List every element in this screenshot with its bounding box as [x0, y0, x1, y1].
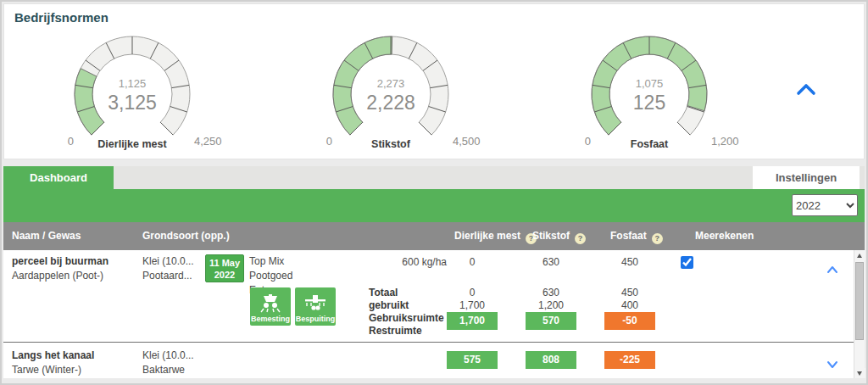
column-header-naam-gewas: Naam / Gewas	[12, 222, 81, 250]
scrollbar-thumb[interactable]	[855, 262, 864, 340]
tab-dashboard[interactable]: Dashboard	[3, 166, 114, 189]
year-select[interactable]: 2022	[792, 194, 858, 216]
product-item: Pootgoed	[249, 270, 315, 284]
rest-badge-nitrogen: 808	[526, 351, 576, 369]
help-icon[interactable]: ?	[575, 233, 586, 244]
scroll-down-button[interactable]	[854, 368, 865, 378]
bespuiting-button[interactable]: Bespuiting	[295, 287, 336, 326]
collapse-row-button[interactable]	[826, 262, 838, 271]
rest-badge-manure: 575	[447, 351, 498, 369]
parcel-name: perceel bij buurman	[12, 255, 108, 267]
used-phosphate: 450	[604, 287, 655, 299]
gauge-label: Stikstof	[293, 138, 488, 150]
tab-instellingen[interactable]: Instellingen	[753, 166, 860, 189]
room-phosphate: 400	[604, 299, 655, 311]
rest-badge-nitrogen: 570	[526, 312, 576, 330]
gauge-main-value: 2,228	[366, 92, 415, 114]
table-row-langs-het-kanaal: Langs het kanaal Tarwe (Winter-) Klei (1…	[3, 343, 854, 378]
column-header-meerekenen: Meerekenen	[695, 222, 754, 250]
nitrogen-value: 630	[526, 256, 576, 268]
soil-type: Klei (10.0...	[142, 349, 194, 361]
summary-labels: Totaal gebruikt Gebruiksruimte Restruimt…	[369, 287, 430, 338]
parcel-name: Langs het kanaal	[12, 349, 94, 361]
rest-badge-manure: 1,700	[447, 312, 498, 330]
gauges-row: 1,1253,12504,250 Dierlijke mest 2,2732,2…	[35, 30, 747, 159]
gauge-secondary-value: 2,273	[377, 77, 405, 90]
collapse-gauges-button[interactable]	[796, 82, 816, 96]
gauge-chart-fosfaat: 1,07512501,200	[552, 30, 747, 148]
gauge-chart-stikstof: 2,2732,22804,500	[293, 30, 488, 148]
gauge-secondary-value: 1,075	[636, 77, 664, 90]
used-manure: 0	[447, 287, 498, 299]
gauges-card: Bedrijfsnormen 1,1253,12504,250 Dierlijk…	[3, 3, 865, 159]
soil-variety: Pootaard...	[142, 270, 192, 282]
product-item: Top Mix	[249, 255, 315, 270]
bedrijfsnormen-page: Bedrijfsnormen 1,1253,12504,250 Dierlijk…	[0, 0, 868, 385]
scroll-up-button[interactable]	[854, 250, 865, 260]
filter-band: 2022	[3, 189, 865, 222]
gauge-dierlijke-mest: 1,1253,12504,250 Dierlijke mest	[35, 30, 230, 159]
chevron-up-icon	[826, 265, 838, 274]
gauge-chart-dierlijke-mest: 1,1253,12504,250	[35, 30, 230, 148]
bemesting-button[interactable]: Bemesting	[250, 287, 291, 326]
column-header-stikstof: Stikstof?	[532, 222, 586, 250]
column-header-fosfaat: Fosfaat?	[610, 222, 663, 250]
table-body: perceel bij buurman Aardappelen (Poot-) …	[3, 250, 865, 378]
gauge-label: Dierlijke mest	[35, 138, 230, 150]
help-icon[interactable]: ?	[652, 233, 663, 244]
triangle-up-icon	[857, 254, 862, 258]
tab-bar: Dashboard Instellingen	[3, 166, 865, 189]
vertical-scrollbar[interactable]	[854, 250, 865, 378]
column-header-grondsoort: Grondsoort (opp.)	[142, 222, 230, 250]
gauge-main-value: 3,125	[108, 92, 157, 114]
crop-name: Tarwe (Winter-)	[12, 364, 81, 376]
gauge-fosfaat: 1,07512501,200 Fosfaat	[552, 30, 747, 159]
page-title: Bedrijfsnormen	[14, 10, 108, 25]
gauge-label: Fosfaat	[552, 138, 747, 150]
application-rate: 600 kg/ha	[370, 256, 447, 268]
expand-row-button[interactable]	[826, 357, 838, 365]
room-manure: 1,700	[447, 299, 498, 311]
triangle-down-icon	[857, 371, 862, 376]
room-nitrogen: 1,200	[526, 299, 576, 311]
chevron-down-icon	[826, 360, 838, 369]
gauge-main-value: 125	[633, 92, 665, 114]
table-header: Naam / Gewas Grondsoort (opp.) Dierlijke…	[3, 222, 865, 250]
column-header-dierlijke-mest: Dierlijke mest?	[454, 222, 537, 250]
gauge-stikstof: 2,2732,22804,500 Stikstof	[293, 30, 488, 159]
include-checkbox[interactable]	[681, 256, 693, 269]
soil-variety: Baktarwe	[142, 364, 185, 376]
soil-type: Klei (10.0...	[142, 255, 194, 267]
sprayer-icon	[304, 294, 326, 313]
phosphate-value: 450	[604, 256, 655, 268]
fertilizer-spreader-icon	[259, 294, 281, 313]
date-badge: 11 May 2022	[205, 254, 244, 282]
used-nitrogen: 630	[526, 287, 576, 299]
chevron-up-icon	[796, 82, 816, 96]
rest-badge-phosphate: -225	[604, 351, 655, 369]
rest-badge-phosphate: -50	[604, 312, 655, 330]
manure-value: 0	[447, 256, 498, 268]
crop-name: Aardappelen (Poot-)	[12, 270, 103, 282]
gauge-secondary-value: 1,125	[119, 77, 147, 90]
